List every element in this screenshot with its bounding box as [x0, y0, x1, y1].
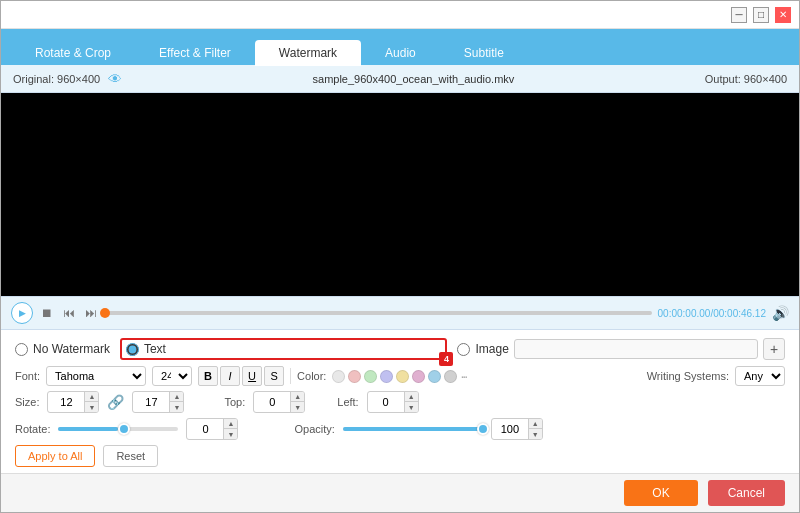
color-swatch-1[interactable] [332, 370, 345, 383]
reset-button[interactable]: Reset [103, 445, 158, 467]
rotate-row: Rotate: ▲ ▼ Opacity: ▲ [15, 418, 785, 440]
font-select[interactable]: Tahoma [46, 366, 146, 386]
main-window: ─ □ ✕ Rotate & Crop Effect & Filter Wate… [0, 0, 800, 513]
color-swatch-7[interactable] [428, 370, 441, 383]
prev-frame-button[interactable]: ⏮ [61, 304, 77, 322]
add-image-button[interactable]: + [763, 338, 785, 360]
text-label: Text [144, 342, 166, 356]
opacity-down[interactable]: ▼ [528, 429, 542, 439]
opacity-slider-fill [343, 427, 483, 431]
tabs-bar: Rotate & Crop Effect & Filter Watermark … [1, 29, 799, 65]
progress-thumb[interactable] [100, 308, 110, 318]
font-size-select[interactable]: 24 [152, 366, 192, 386]
italic-button[interactable]: I [220, 366, 240, 386]
top-input-wrap: ▲ ▼ [253, 391, 305, 413]
color-swatches: ··· [332, 368, 466, 384]
volume-icon[interactable]: 🔊 [772, 305, 789, 321]
video-canvas [1, 93, 799, 296]
width-down[interactable]: ▼ [84, 402, 98, 412]
opacity-input[interactable] [492, 421, 528, 437]
rotate-down[interactable]: ▼ [223, 429, 237, 439]
cancel-button[interactable]: Cancel [708, 480, 785, 506]
apply-to-all-button[interactable]: Apply to All [15, 445, 95, 467]
top-label: Top: [224, 396, 245, 408]
opacity-slider-thumb[interactable] [477, 423, 489, 435]
top-down[interactable]: ▼ [290, 402, 304, 412]
progress-bar[interactable] [105, 311, 652, 315]
controls-area: No Watermark Text 4 Image [1, 330, 799, 473]
color-swatch-5[interactable] [396, 370, 409, 383]
text-input-group: Text 4 [120, 338, 448, 360]
opacity-input-wrap: ▲ ▼ [491, 418, 543, 440]
writing-systems-select[interactable]: Any [735, 366, 785, 386]
no-watermark-label: No Watermark [33, 342, 110, 356]
top-spinners: ▲ ▼ [290, 392, 304, 412]
opacity-spinners: ▲ ▼ [528, 419, 542, 439]
underline-button[interactable]: U [242, 366, 262, 386]
tab-effect-filter[interactable]: Effect & Filter [135, 40, 255, 66]
next-frame-button[interactable]: ⏭ [83, 304, 99, 322]
stop-button[interactable]: ⏹ [39, 304, 55, 322]
rotate-input[interactable] [187, 421, 223, 437]
height-down[interactable]: ▼ [169, 402, 183, 412]
text-watermark-input[interactable] [170, 342, 442, 356]
title-bar-controls: ─ □ ✕ [731, 7, 791, 23]
left-down[interactable]: ▼ [404, 402, 418, 412]
bold-button[interactable]: B [198, 366, 218, 386]
color-swatch-3[interactable] [364, 370, 377, 383]
font-label: Font: [15, 370, 40, 382]
image-watermark-radio[interactable] [457, 343, 470, 356]
left-input[interactable] [368, 394, 404, 410]
strikethrough-button[interactable]: S [264, 366, 284, 386]
play-button[interactable]: ▶ [11, 302, 33, 324]
left-spinners: ▲ ▼ [404, 392, 418, 412]
minimize-button[interactable]: ─ [731, 7, 747, 23]
tab-watermark[interactable]: Watermark [255, 40, 361, 66]
text-watermark-radio[interactable] [126, 343, 139, 356]
left-up[interactable]: ▲ [404, 392, 418, 402]
no-watermark-radio[interactable] [15, 343, 28, 356]
writing-systems-label: Writing Systems: [647, 370, 729, 382]
top-up[interactable]: ▲ [290, 392, 304, 402]
left-input-wrap: ▲ ▼ [367, 391, 419, 413]
height-input-wrap: ▲ ▼ [132, 391, 184, 413]
size-label: Size: [15, 396, 39, 408]
playback-bar: ▶ ⏹ ⏮ ⏭ 00:00:00.00/00:00:46.12 🔊 [1, 296, 799, 330]
opacity-slider[interactable] [343, 427, 483, 431]
close-button[interactable]: ✕ [775, 7, 791, 23]
footer: OK Cancel [1, 473, 799, 512]
ok-button[interactable]: OK [624, 480, 697, 506]
rotate-input-wrap: ▲ ▼ [186, 418, 238, 440]
no-watermark-option[interactable]: No Watermark [15, 342, 110, 356]
image-label: Image [475, 342, 508, 356]
tab-subtitle[interactable]: Subtitle [440, 40, 528, 66]
preview-toggle-icon[interactable]: 👁 [108, 71, 122, 87]
width-up[interactable]: ▲ [84, 392, 98, 402]
opacity-up[interactable]: ▲ [528, 419, 542, 429]
top-input[interactable] [254, 394, 290, 410]
rotate-slider[interactable] [58, 427, 178, 431]
tab-audio[interactable]: Audio [361, 40, 440, 66]
more-colors-button[interactable]: ··· [460, 368, 466, 384]
maximize-button[interactable]: □ [753, 7, 769, 23]
color-swatch-6[interactable] [412, 370, 425, 383]
image-path-input[interactable] [514, 339, 758, 359]
tab-rotate-crop[interactable]: Rotate & Crop [11, 40, 135, 66]
rotate-slider-thumb[interactable] [118, 423, 130, 435]
filename: sample_960x400_ocean_with_audio.mkv [122, 73, 705, 85]
badge-4: 4 [439, 352, 453, 366]
link-dimensions-icon[interactable]: 🔗 [107, 394, 124, 410]
color-swatch-4[interactable] [380, 370, 393, 383]
height-input[interactable] [133, 394, 169, 410]
output-size: Output: 960×400 [705, 73, 787, 85]
rotate-up[interactable]: ▲ [223, 419, 237, 429]
watermark-row: No Watermark Text 4 Image [15, 338, 785, 360]
height-up[interactable]: ▲ [169, 392, 183, 402]
text-watermark-option[interactable]: Text [126, 342, 166, 356]
image-watermark-option[interactable]: Image [457, 342, 508, 356]
color-swatch-2[interactable] [348, 370, 361, 383]
font-row: Font: Tahoma 24 B I U S Color: [15, 366, 785, 386]
size-row: Size: ▲ ▼ 🔗 ▲ ▼ Top: ▲ [15, 391, 785, 413]
color-swatch-8[interactable] [444, 370, 457, 383]
width-input[interactable] [48, 394, 84, 410]
